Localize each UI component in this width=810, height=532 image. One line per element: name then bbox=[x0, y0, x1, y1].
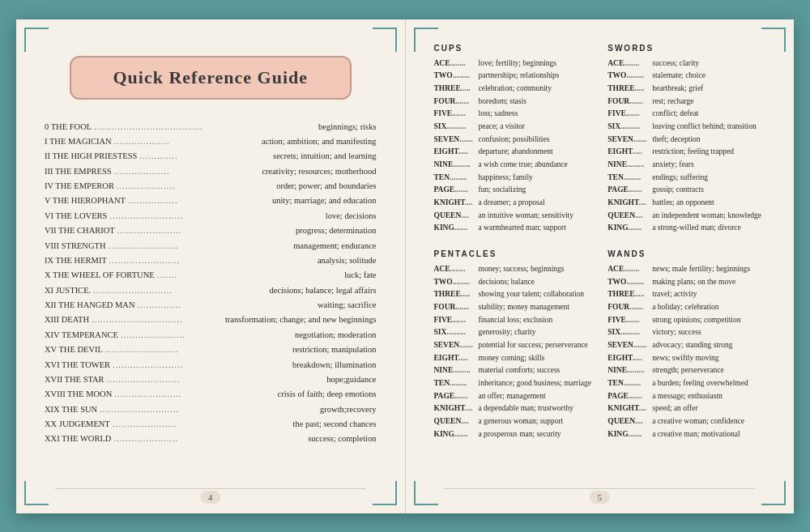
suit-card-meaning: a creative man; motivational bbox=[652, 428, 740, 441]
suit-card-row: TEN......... inheritance; good business;… bbox=[434, 377, 592, 390]
suit-card-name: EIGHT..... bbox=[434, 352, 479, 365]
suit-dots: .......... bbox=[620, 122, 640, 130]
suit-card-meaning: showing your talent; collaboration bbox=[479, 288, 585, 301]
corner-br bbox=[373, 481, 397, 505]
suit-card-name: QUEEN.... bbox=[434, 415, 479, 428]
suit-dots: ......... bbox=[627, 160, 644, 168]
suit-card-meaning: a message; enthusiasm bbox=[652, 390, 723, 403]
suit-dots: .... bbox=[461, 417, 469, 425]
arcana-dots: ...................... bbox=[111, 432, 308, 446]
suit-card-name: ACE........ bbox=[608, 57, 652, 70]
suit-card-meaning: an intuitive woman; sensitivity bbox=[479, 210, 573, 223]
suit-wands: WANDSACE........ news; male fertility; b… bbox=[608, 249, 765, 440]
suit-dots: ......... bbox=[453, 71, 470, 79]
suit-card-meaning: conflict; defeat bbox=[652, 108, 698, 121]
suit-card-meaning: heartbreak; grief bbox=[652, 83, 703, 96]
suit-dots: ....... bbox=[454, 430, 468, 438]
suit-dots: ....... bbox=[629, 223, 642, 232]
arcana-name: XII THE HANGED MAN bbox=[45, 298, 135, 313]
suit-dots: ....... bbox=[452, 109, 466, 117]
arcana-row: V THE HIEROPHANT.................unity; … bbox=[45, 194, 377, 208]
suit-card-row: QUEEN.... an independent woman; knowledg… bbox=[608, 210, 765, 223]
arcana-list: 0 THE FOOL..............................… bbox=[45, 120, 377, 447]
corner-tr bbox=[373, 28, 397, 52]
suit-card-name: SIX.......... bbox=[608, 121, 652, 134]
suit-card-row: SEVEN....... potential for success; pers… bbox=[434, 339, 592, 352]
suit-card-meaning: a holiday; celebration bbox=[652, 301, 718, 314]
suit-dots: ....... bbox=[459, 341, 473, 349]
book-spread: Quick Reference Guide 0 THE FOOL........… bbox=[16, 19, 794, 513]
suit-dots: ....... bbox=[455, 97, 469, 105]
suit-dots: ....... bbox=[454, 392, 468, 400]
suit-card-meaning: inheritance; good business; marriage bbox=[479, 377, 592, 390]
suit-card-row: THREE..... travel; activity bbox=[608, 288, 765, 301]
arcana-row: 0 THE FOOL..............................… bbox=[45, 120, 377, 134]
arcana-dots: ..................................... bbox=[92, 120, 318, 134]
corner-br-right bbox=[761, 481, 786, 505]
arcana-dots: .................... bbox=[114, 179, 276, 194]
arcana-meaning: creativity; resources; motherhood bbox=[262, 164, 376, 179]
suit-card-meaning: rest; recharge bbox=[652, 96, 693, 109]
arcana-meaning: love; decisions bbox=[326, 209, 377, 223]
suit-card-meaning: loss; sadness bbox=[479, 108, 518, 121]
suit-card-name: FIVE....... bbox=[434, 314, 479, 327]
arcana-meaning: transformation; change; and new beginnin… bbox=[225, 313, 377, 327]
suit-dots: ........ bbox=[450, 265, 466, 273]
suit-card-name: TEN......... bbox=[608, 377, 652, 390]
arcana-dots: ......................... bbox=[104, 372, 327, 387]
arcana-dots: ...................... bbox=[110, 417, 293, 432]
suit-card-row: EIGHT..... news; swiftly moving bbox=[608, 352, 765, 365]
suit-swords: SWORDSACE........ success; clarityTWO...… bbox=[608, 44, 765, 235]
arcana-dots: ........................ bbox=[106, 239, 294, 253]
suit-card-row: SEVEN....... confusion; possibilities bbox=[434, 134, 592, 147]
suit-card-name: FOUR....... bbox=[434, 96, 479, 109]
suit-card-meaning: restriction; feeling trapped bbox=[652, 146, 734, 159]
arcana-name: X THE WHEEL OF FORTUNE bbox=[45, 268, 155, 283]
suit-dots: ....... bbox=[629, 185, 642, 194]
arcana-row: XVIII THE MOON.......................cri… bbox=[45, 387, 377, 402]
suit-dots: ........ bbox=[624, 265, 639, 273]
suit-card-row: QUEEN.... a creative woman; confidence bbox=[608, 415, 765, 428]
suit-card-name: KNIGHT.... bbox=[608, 402, 652, 415]
suit-card-name: FIVE....... bbox=[608, 314, 652, 327]
suit-card-name: SIX.......... bbox=[434, 326, 479, 339]
suit-dots: .... bbox=[465, 404, 473, 412]
suit-dots: ......... bbox=[453, 160, 470, 168]
page-right: CUPSACE........ love; fertility; beginni… bbox=[406, 19, 795, 513]
page-number-left: 4 bbox=[200, 491, 221, 504]
suit-card-row: FOUR....... rest; recharge bbox=[608, 96, 765, 109]
arcana-name: I THE MAGICIAN bbox=[45, 134, 112, 149]
suit-card-row: PAGE....... an offer; management bbox=[434, 390, 592, 403]
suit-dots: ......... bbox=[453, 278, 470, 286]
suit-card-row: THREE..... celebration; community bbox=[434, 83, 592, 96]
suit-card-row: KNIGHT.... a dependable man; trustworthy bbox=[434, 402, 592, 415]
suit-card-row: SIX.......... victory; success bbox=[608, 326, 765, 339]
suit-card-row: KING....... a creative man; motivational bbox=[608, 428, 765, 441]
suit-dots: ....... bbox=[452, 316, 466, 324]
suit-card-name: NINE......... bbox=[434, 159, 479, 172]
suit-card-meaning: strength; perserverance bbox=[652, 364, 723, 377]
suit-card-name: SEVEN....... bbox=[608, 339, 652, 352]
suit-card-row: ACE........ money; success; beginnings bbox=[434, 263, 592, 276]
suit-card-meaning: making plans; on the move bbox=[652, 276, 735, 289]
suit-card-meaning: partnerships; relationships bbox=[479, 70, 560, 83]
arcana-row: XIII DEATH..............................… bbox=[45, 313, 377, 327]
arcana-name: XIV TEMPERANCE bbox=[45, 328, 118, 343]
suit-card-meaning: a dreamer; a proposal bbox=[479, 197, 545, 210]
suit-card-meaning: decisions; balance bbox=[479, 276, 535, 289]
suit-card-name: THREE..... bbox=[608, 83, 652, 96]
suit-card-meaning: a creative woman; confidence bbox=[652, 415, 744, 428]
suit-card-name: SIX.......... bbox=[608, 326, 652, 339]
suit-card-row: THREE..... showing your talent; collabor… bbox=[434, 288, 592, 301]
suit-card-name: EIGHT..... bbox=[434, 146, 479, 159]
suit-card-meaning: money coming; skills bbox=[479, 352, 545, 365]
suit-card-row: FOUR....... stability; money management bbox=[434, 301, 592, 314]
arcana-name: III THE EMPRESS bbox=[45, 164, 112, 179]
suit-card-meaning: an offer; management bbox=[479, 390, 546, 403]
suit-card-name: EIGHT..... bbox=[608, 146, 652, 159]
arcana-dots: ........................... bbox=[91, 283, 269, 298]
suit-card-name: KNIGHT.... bbox=[434, 197, 479, 210]
suit-card-meaning: an independent woman; knowledge bbox=[652, 210, 761, 223]
suit-title-cups: CUPS bbox=[434, 44, 592, 53]
suit-dots: ..... bbox=[461, 290, 471, 298]
